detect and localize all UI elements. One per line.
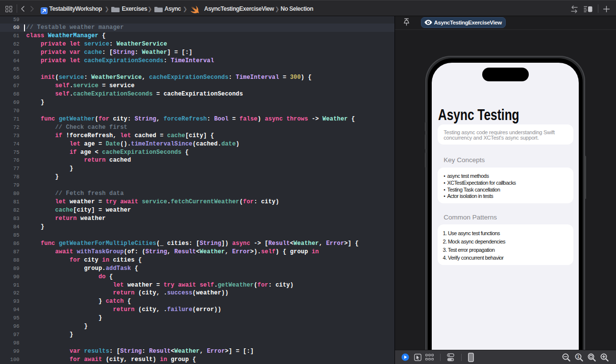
svg-text:1: 1 bbox=[577, 354, 579, 359]
